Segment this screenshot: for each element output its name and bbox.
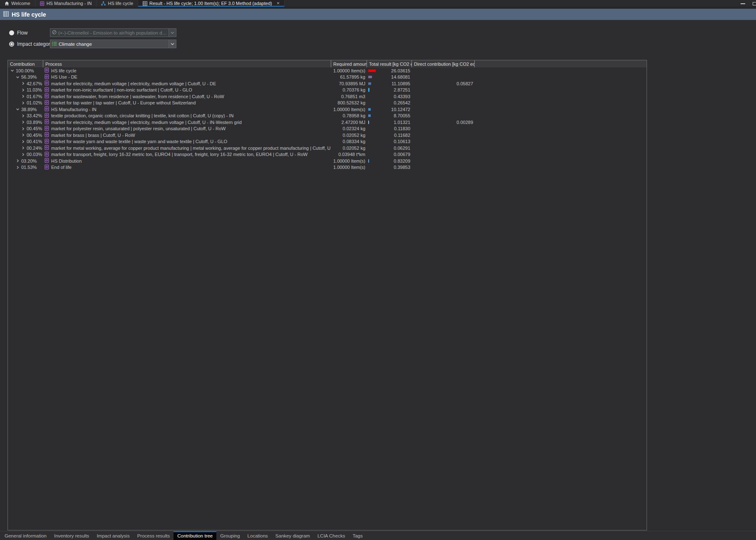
- tree-expander-icon[interactable]: [21, 146, 25, 150]
- table-row[interactable]: 00.24% market for metal working, average…: [8, 145, 647, 151]
- table-row[interactable]: 42.67% market for electricity, medium vo…: [8, 80, 647, 87]
- tree-expander-icon[interactable]: [21, 101, 25, 105]
- result-page-tab-tags[interactable]: Tags: [349, 531, 366, 540]
- tree-expander-icon[interactable]: [21, 114, 25, 118]
- tree-expander-icon[interactable]: [21, 127, 25, 131]
- table-row[interactable]: 01.67% market for wastewater, from resid…: [8, 93, 647, 100]
- tree-expander-icon[interactable]: [21, 82, 25, 85]
- result-page-tab-locations[interactable]: Locations: [244, 531, 272, 540]
- contribution-bar: [368, 114, 371, 117]
- process-name: HS Distribution: [51, 159, 82, 163]
- result-page-tab-inventory-results[interactable]: Inventory results: [50, 531, 93, 540]
- process-icon: [45, 87, 49, 93]
- result-page-tab-sankey-diagram[interactable]: Sankey diagram: [272, 531, 314, 540]
- tree-expander-icon[interactable]: [16, 107, 20, 111]
- total-result-value: 0.26542: [394, 100, 410, 105]
- tree-expander-icon[interactable]: [16, 166, 20, 169]
- flow-radio[interactable]: [9, 30, 14, 35]
- flow-combobox[interactable]: (+-)-Citronellol - Emission to air/high …: [50, 28, 176, 37]
- process-name: market for polyester resin, unsaturated …: [51, 126, 226, 131]
- maximize-icon[interactable]: [753, 2, 756, 5]
- required-amount-value: 2.47200 MJ: [342, 120, 365, 125]
- tree-expander-icon[interactable]: [21, 153, 25, 156]
- tree-expander-icon[interactable]: [16, 75, 20, 79]
- editor-tab[interactable]: Welcome ✕: [0, 0, 35, 7]
- contribution-percent: 00.03%: [27, 152, 42, 157]
- process-name: market for wastewater, from residence | …: [51, 94, 224, 99]
- editor-tab[interactable]: Result - HS life cycle; 1.00 Item(s); EF…: [138, 0, 285, 7]
- process-name: market for non-ionic surfactant | non-io…: [51, 87, 192, 92]
- impact-category-combobox-arrow[interactable]: [169, 40, 176, 48]
- process-icon: [45, 145, 49, 151]
- column-header-total-result[interactable]: Total result [kg CO2 eq]: [367, 60, 412, 67]
- total-result-value: 0.00679: [394, 152, 410, 157]
- table-row[interactable]: 01.53% End of life 1.00000 Item(s) 0.398…: [8, 164, 647, 171]
- contribution-percent: 03.20%: [21, 159, 37, 163]
- total-result-value: 14.68081: [391, 74, 410, 79]
- tree-expander-icon[interactable]: [21, 140, 25, 144]
- editor-tab-strip: Welcome ✕ HS Manufacturing - IN ✕ HS lif…: [0, 0, 756, 7]
- impact-category-radio[interactable]: [9, 42, 14, 47]
- table-row[interactable]: 03.89% market for electricity, medium vo…: [8, 119, 647, 126]
- table-row[interactable]: 00.45% market for polyester resin, unsat…: [8, 126, 647, 132]
- result-table-icon: [3, 11, 9, 18]
- result-page-tab-impact-analysis[interactable]: Impact analysis: [93, 531, 133, 540]
- impact-category-combobox[interactable]: Climate change: [50, 40, 176, 48]
- contribution-bar: [368, 76, 372, 78]
- tree-expander-icon[interactable]: [21, 133, 25, 137]
- tree-expander-icon[interactable]: [21, 120, 25, 124]
- result-page-tab-contribution-tree[interactable]: Contribution tree: [174, 531, 216, 540]
- column-header-process[interactable]: Process: [43, 60, 331, 67]
- required-amount-value: 61.57895 kg: [340, 74, 365, 79]
- total-result-value: 0.10613: [394, 139, 410, 144]
- table-row[interactable]: 00.03% market for transport, freight, lo…: [8, 151, 647, 158]
- process-icon: [45, 126, 49, 132]
- process-name: HS Manufacturing - IN: [51, 107, 97, 112]
- table-row[interactable]: 33.42% textile production, organic cotto…: [8, 113, 647, 119]
- process-icon: [45, 67, 49, 74]
- table-row[interactable]: 56.39% HS Use - DE 61.57895 kg 14.68081: [8, 74, 647, 81]
- column-header-direct-contribution[interactable]: Direct contribution [kg CO2 eq]: [412, 60, 475, 67]
- process-icon: [45, 164, 49, 171]
- tree-expander-icon[interactable]: [21, 88, 25, 92]
- home-icon: [5, 1, 9, 6]
- process-name: textile production, organic cotton, circ…: [51, 113, 233, 118]
- editor-tab-label: Welcome: [11, 1, 30, 6]
- table-row[interactable]: 38.89% HS Manufacturing - IN 1.00000 Ite…: [8, 106, 647, 113]
- tree-expander-icon[interactable]: [16, 159, 20, 163]
- editor-tab[interactable]: HS life cycle ✕: [97, 0, 138, 7]
- total-result-value: 0.06291: [394, 146, 410, 151]
- editor-tab[interactable]: HS Manufacturing - IN ✕: [35, 0, 97, 7]
- table-row[interactable]: 00.45% market for brass | brass | Cutoff…: [8, 132, 647, 139]
- close-icon[interactable]: ✕: [277, 1, 280, 5]
- total-result-value: 0.11682: [394, 133, 410, 138]
- tree-expander-icon[interactable]: [21, 94, 25, 98]
- contribution-percent: 00.24%: [27, 146, 42, 151]
- impact-category-icon: [52, 41, 57, 47]
- column-header-contribution[interactable]: Contribution: [8, 60, 43, 67]
- table-row[interactable]: 100.00% HS life cycle 1.00000 Item(s) 26…: [8, 67, 647, 74]
- table-row[interactable]: 01.02% market for tap water | tap water …: [8, 100, 647, 107]
- result-page-tab-grouping[interactable]: Grouping: [216, 531, 243, 540]
- editor-tab-label: HS Manufacturing - IN: [47, 1, 92, 6]
- table-row[interactable]: 03.20% HS Distribution 1.00000 Item(s) 0…: [8, 158, 647, 164]
- contribution-percent: 56.39%: [21, 74, 37, 79]
- table-header-row: Contribution Process Required amount Tot…: [8, 60, 647, 67]
- required-amount-value: 0.02052 kg: [343, 133, 365, 138]
- result-page-tab-process-results[interactable]: Process results: [134, 531, 174, 540]
- minimize-icon[interactable]: [741, 3, 745, 4]
- table-row[interactable]: 11.03% market for non-ionic surfactant |…: [8, 87, 647, 94]
- process-name: market for brass | brass | Cutoff, U - R…: [51, 133, 135, 138]
- tree-expander-icon[interactable]: [10, 69, 14, 72]
- process-icon: [45, 93, 49, 99]
- result-page-tab-lcia-checks[interactable]: LCIA Checks: [314, 531, 349, 540]
- column-header-required-amount[interactable]: Required amount: [331, 60, 367, 67]
- flow-combobox-arrow[interactable]: [169, 29, 176, 37]
- required-amount-value: 0.02324 kg: [343, 126, 365, 131]
- flow-combobox-value: (+-)-Citronellol - Emission to air/high …: [58, 30, 169, 35]
- result-page-tab-general-information[interactable]: General information: [1, 531, 50, 540]
- contribution-bar: [368, 88, 369, 92]
- process-name: End of life: [51, 165, 72, 170]
- table-row[interactable]: 00.41% market for waste yarn and waste t…: [8, 139, 647, 145]
- contribution-tree-table: Contribution Process Required amount Tot…: [7, 60, 647, 530]
